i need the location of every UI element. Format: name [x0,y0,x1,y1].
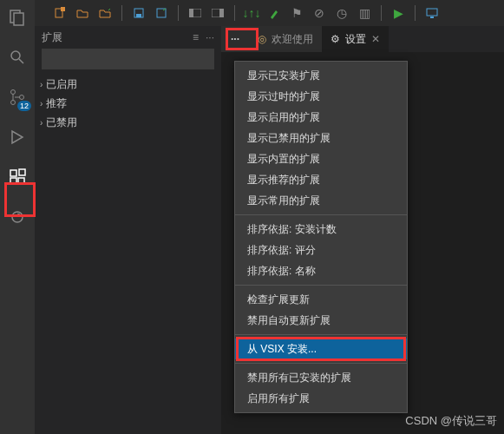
panel-left-icon[interactable] [187,5,203,21]
svg-rect-10 [430,16,434,18]
save-all-icon[interactable] [154,5,169,21]
close-tab-icon[interactable]: ✕ [371,33,380,45]
watermark: CSDN @传说三哥 [405,413,497,429]
svg-rect-8 [219,9,224,17]
panel-header: 扩展 ≡ ··· [35,26,221,49]
svg-point-17 [20,95,24,100]
chevron-right-icon: › [40,80,43,89]
split-icon[interactable]: ▥ [357,5,372,21]
activity-bar: 12 [0,0,35,434]
extensions-context-menu: 显示已安装扩展 显示过时的扩展 显示启用的扩展 显示已禁用的扩展 显示内置的扩展… [234,61,408,413]
debug-icon[interactable] [5,125,29,149]
welcome-tab-icon: ◎ [258,33,266,45]
svg-rect-20 [18,178,24,184]
scm-badge: 12 [17,101,31,111]
source-control-icon[interactable]: 12 [5,85,29,109]
section-enabled[interactable]: ›已启用 [35,75,221,94]
menu-show-builtin[interactable]: 显示内置的扩展 [235,148,407,169]
svg-point-15 [11,90,16,95]
flag-icon[interactable]: ⚑ [289,5,304,21]
tab-settings[interactable]: ⚙ 设置 ✕ [322,26,389,52]
menu-show-disabled[interactable]: 显示已禁用的扩展 [235,128,407,148]
menu-install-vsix[interactable]: 从 VSIX 安装... [235,339,407,359]
gear-icon: ⚙ [331,33,340,45]
menu-disable-autoupdate[interactable]: 禁用自动更新扩展 [235,310,407,331]
timer-icon[interactable]: ◷ [334,5,350,21]
chevron-right-icon: › [40,99,43,108]
extensions-icon[interactable] [5,165,29,189]
menu-sort-rating[interactable]: 排序依据: 评分 [235,240,407,260]
menu-show-enabled[interactable]: 显示启用的扩展 [235,107,407,128]
top-toolbar: ↓↑↓ ⚑ ⊘ ◷ ▥ ▶ [0,0,504,26]
svg-rect-18 [10,170,16,176]
svg-point-16 [11,101,16,105]
editor-tabs: ··· ◎ 欢迎使用 ⚙ 设置 ✕ [221,26,504,52]
menu-separator [235,285,407,286]
section-recommended[interactable]: ›推荐 [35,94,221,113]
monitor-icon[interactable] [424,5,440,21]
open-folder-icon[interactable] [75,5,90,21]
new-file-icon[interactable] [52,5,68,21]
menu-sort-name[interactable]: 排序依据: 名称 [235,260,407,281]
tab-more[interactable]: ··· [221,26,249,52]
brush-icon[interactable] [266,5,282,21]
svg-rect-12 [14,13,23,25]
refresh-icon[interactable] [5,205,29,229]
svg-rect-9 [427,9,437,16]
svg-rect-6 [189,9,193,17]
folder-up-icon[interactable] [97,5,113,21]
menu-separator [235,363,407,364]
menu-show-installed[interactable]: 显示已安装扩展 [235,65,407,86]
menu-sort-installs[interactable]: 排序依据: 安装计数 [235,219,407,240]
ban-icon[interactable]: ⊘ [311,5,327,21]
svg-point-13 [11,51,20,60]
menu-show-popular[interactable]: 显示常用的扩展 [235,190,407,211]
play-icon[interactable]: ▶ [390,5,406,21]
extensions-search-input[interactable] [42,49,214,69]
menu-show-outdated[interactable]: 显示过时的扩展 [235,86,407,107]
menu-disable-all[interactable]: 禁用所有已安装的扩展 [235,367,407,388]
menu-enable-all[interactable]: 启用所有扩展 [235,388,407,409]
search-icon[interactable] [5,45,29,69]
panel-right-icon[interactable] [210,5,226,21]
panel-more-icon[interactable]: ··· [206,31,214,43]
svg-rect-1 [61,7,65,11]
svg-rect-3 [136,14,141,17]
menu-check-updates[interactable]: 检查扩展更新 [235,289,407,310]
menu-separator [235,334,407,335]
svg-line-14 [19,59,23,63]
filter-icon[interactable]: ≡ [193,31,199,43]
menu-show-recommended[interactable]: 显示推荐的扩展 [235,169,407,190]
extensions-panel: 扩展 ≡ ··· ›已启用 ›推荐 ›已禁用 [35,26,221,434]
chevron-right-icon: › [40,118,43,128]
menu-separator [235,214,407,215]
tab-welcome[interactable]: ◎ 欢迎使用 [249,26,322,52]
save-icon[interactable] [131,5,147,21]
explorer-icon[interactable] [5,5,29,30]
svg-rect-19 [10,178,16,184]
svg-rect-21 [19,169,25,175]
section-disabled[interactable]: ›已禁用 [35,113,221,132]
panel-title: 扩展 [42,30,62,45]
tune-icon[interactable]: ↓↑↓ [244,5,259,21]
